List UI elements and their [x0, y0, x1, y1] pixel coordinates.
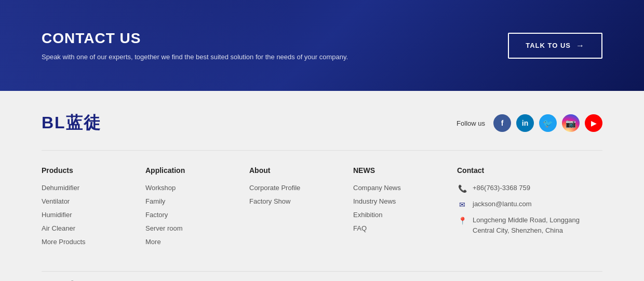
list-item: More Products: [42, 237, 145, 246]
company-news-link[interactable]: Company News: [353, 184, 401, 192]
humidifier-link[interactable]: Humidifier: [42, 211, 72, 219]
footer-top: BL蓝徒 Follow us f in 🐦 📷 ▶: [42, 112, 602, 135]
list-item: Workshop: [145, 183, 249, 192]
contact-phone-item: 📞 +86(763)-3368 759: [457, 183, 602, 194]
footer-columns: Products Dehumidifier Ventilator Humidif…: [42, 166, 602, 250]
follow-label: Follow us: [457, 119, 485, 127]
workshop-link[interactable]: Workshop: [145, 184, 176, 192]
phone-number: +86(763)-3368 759: [473, 183, 530, 193]
company-logo: BL蓝徒: [42, 112, 101, 135]
email-address: jackson@lantu.com: [473, 199, 532, 209]
more-link[interactable]: More: [145, 238, 161, 246]
contact-text-block: CONTACT US Speak with one of our experts…: [42, 30, 348, 61]
arrow-icon: →: [576, 41, 585, 50]
dehumidifier-link[interactable]: Dehumidifier: [42, 184, 79, 192]
products-list: Dehumidifier Ventilator Humidifier Air C…: [42, 183, 145, 246]
server-room-link[interactable]: Server room: [145, 224, 183, 232]
linkedin-icon[interactable]: in: [516, 114, 534, 132]
family-link[interactable]: Family: [145, 197, 165, 205]
faq-link[interactable]: FAQ: [353, 224, 367, 232]
twitter-icon[interactable]: 🐦: [539, 114, 557, 132]
ventilator-link[interactable]: Ventilator: [42, 197, 70, 205]
news-list: Company News Industry News Exhibition FA…: [353, 183, 457, 233]
news-heading: NEWS: [353, 166, 457, 175]
youtube-icon[interactable]: ▶: [585, 114, 602, 132]
more-products-link[interactable]: More Products: [42, 238, 86, 246]
location-icon: 📍: [457, 216, 467, 226]
banner-subtitle: Speak with one of our experts, together …: [42, 53, 348, 61]
list-item: Air Cleaner: [42, 223, 145, 233]
contact-email-item: ✉ jackson@lantu.com: [457, 199, 602, 210]
list-item: Factory Show: [249, 196, 353, 206]
list-item: Exhibition: [353, 210, 457, 219]
footer-bottom: Copyright © 2022 Iantu Electrical Techno…: [42, 271, 602, 281]
footer-col-products: Products Dehumidifier Ventilator Humidif…: [42, 166, 145, 250]
footer-col-contact: Contact 📞 +86(763)-3368 759 ✉ jackson@la…: [457, 166, 602, 250]
list-item: FAQ: [353, 223, 457, 233]
contact-banner: CONTACT US Speak with one of our experts…: [0, 0, 644, 91]
application-list: Workshop Family Factory Server room More: [145, 183, 249, 246]
list-item: Server room: [145, 223, 249, 233]
air-cleaner-link[interactable]: Air Cleaner: [42, 224, 75, 232]
factory-show-link[interactable]: Factory Show: [249, 197, 290, 205]
factory-link[interactable]: Factory: [145, 211, 168, 219]
list-item: Factory: [145, 210, 249, 219]
instagram-icon[interactable]: 📷: [562, 114, 580, 132]
email-icon: ✉: [457, 199, 467, 210]
talk-btn-label: TALK TO US: [526, 42, 571, 49]
footer-col-application: Application Workshop Family Factory Serv…: [145, 166, 249, 250]
social-area: Follow us f in 🐦 📷 ▶: [457, 114, 602, 132]
footer: BL蓝徒 Follow us f in 🐦 📷 ▶ Products Dehum…: [0, 91, 644, 281]
footer-col-about: About Corporate Profile Factory Show: [249, 166, 353, 250]
list-item: Humidifier: [42, 210, 145, 219]
list-item: Corporate Profile: [249, 183, 353, 192]
footer-col-news: NEWS Company News Industry News Exhibiti…: [353, 166, 457, 250]
talk-to-us-button[interactable]: TALK TO US →: [508, 33, 602, 59]
list-item: Family: [145, 196, 249, 206]
contact-heading: Contact: [457, 166, 602, 175]
banner-title: CONTACT US: [42, 30, 348, 47]
corporate-profile-link[interactable]: Corporate Profile: [249, 184, 300, 192]
list-item: More: [145, 237, 249, 246]
exhibition-link[interactable]: Exhibition: [353, 211, 382, 219]
phone-icon: 📞: [457, 183, 467, 194]
about-list: Corporate Profile Factory Show: [249, 183, 353, 206]
facebook-icon[interactable]: f: [493, 114, 511, 132]
contact-address-item: 📍 Longcheng Middle Road, Longgang Centra…: [457, 215, 602, 235]
products-heading: Products: [42, 166, 145, 175]
list-item: Dehumidifier: [42, 183, 145, 192]
address-text: Longcheng Middle Road, Longgang Central …: [473, 215, 602, 235]
about-heading: About: [249, 166, 353, 175]
list-item: Ventilator: [42, 196, 145, 206]
application-heading: Application: [145, 166, 249, 175]
list-item: Company News: [353, 183, 457, 192]
industry-news-link[interactable]: Industry News: [353, 197, 396, 205]
footer-divider: [42, 150, 602, 151]
list-item: Industry News: [353, 196, 457, 206]
